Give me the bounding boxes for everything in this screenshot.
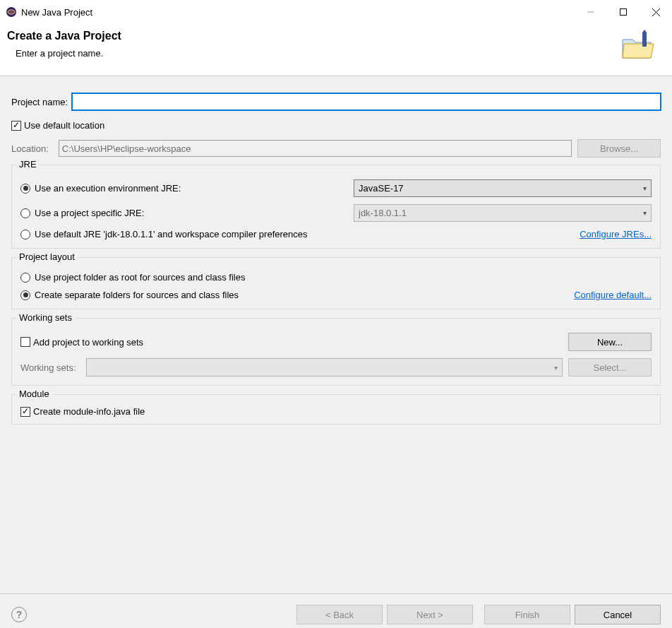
jre-env-dropdown[interactable]: JavaSE-17 ▾ — [354, 179, 652, 197]
back-button: < Back — [296, 605, 383, 624]
working-sets-dropdown: ▾ — [86, 358, 563, 377]
layout-root-radio[interactable]: Use project folder as root for sources a… — [20, 272, 245, 283]
cancel-button[interactable]: Cancel — [575, 605, 661, 624]
new-working-set-button[interactable]: New... — [568, 333, 652, 351]
help-icon[interactable]: ? — [11, 607, 27, 622]
jre-specific-value: jdk-18.0.1.1 — [359, 208, 407, 218]
jre-default-radio[interactable]: Use default JRE 'jdk-18.0.1.1' and works… — [20, 229, 308, 239]
close-button[interactable] — [640, 1, 672, 23]
finish-button: Finish — [484, 605, 570, 624]
chevron-down-icon: ▾ — [643, 184, 647, 192]
location-label: Location: — [11, 143, 49, 154]
radio-selected-icon — [20, 290, 30, 300]
create-module-info-label: Create module-info.java file — [33, 406, 145, 417]
jre-env-label: Use an execution environment JRE: — [35, 183, 181, 194]
checkbox-icon — [20, 337, 30, 347]
select-working-set-button: Select... — [568, 358, 652, 377]
jre-legend: JRE — [16, 159, 40, 170]
checkbox-icon — [11, 121, 21, 131]
jre-specific-dropdown: jdk-18.0.1.1 ▾ — [354, 204, 652, 222]
svg-rect-4 — [620, 9, 627, 16]
maximize-button[interactable] — [607, 1, 640, 23]
project-name-input[interactable] — [72, 93, 661, 110]
jre-env-value: JavaSE-17 — [359, 183, 404, 194]
radio-selected-icon — [20, 184, 30, 194]
configure-default-link[interactable]: Configure default... — [574, 290, 652, 300]
jre-env-radio[interactable]: Use an execution environment JRE: — [20, 183, 181, 194]
checkbox-icon — [20, 407, 30, 417]
browse-button: Browse... — [577, 139, 661, 158]
wizard-folder-icon — [620, 30, 656, 64]
layout-separate-radio[interactable]: Create separate folders for sources and … — [20, 290, 239, 300]
use-default-location-label: Use default location — [24, 120, 104, 131]
project-name-label: Project name: — [11, 97, 68, 107]
use-default-location-checkbox[interactable]: Use default location — [11, 120, 104, 131]
working-sets-label: Working sets: — [20, 362, 76, 373]
eclipse-icon — [6, 6, 17, 18]
add-to-working-sets-label: Add project to working sets — [33, 337, 143, 348]
radio-icon — [20, 273, 30, 283]
chevron-down-icon: ▾ — [554, 364, 558, 372]
page-title: Create a Java Project — [7, 30, 121, 42]
chevron-down-icon: ▾ — [643, 209, 647, 217]
add-to-working-sets-checkbox[interactable]: Add project to working sets — [20, 337, 143, 348]
svg-rect-7 — [642, 32, 647, 47]
layout-separate-label: Create separate folders for sources and … — [35, 290, 239, 300]
module-legend: Module — [16, 389, 52, 399]
radio-icon — [20, 230, 30, 239]
layout-legend: Project layout — [16, 251, 78, 262]
window-title: New Java Project — [21, 7, 92, 18]
working-sets-legend: Working sets — [16, 312, 75, 323]
next-button: Next > — [387, 605, 473, 624]
radio-icon — [20, 208, 30, 218]
layout-root-label: Use project folder as root for sources a… — [35, 272, 245, 283]
jre-default-label: Use default JRE 'jdk-18.0.1.1' and works… — [35, 229, 308, 239]
configure-jres-link[interactable]: Configure JREs... — [580, 229, 652, 239]
jre-specific-label: Use a project specific JRE: — [35, 208, 144, 218]
page-subtitle: Enter a project name. — [16, 48, 121, 59]
create-module-info-checkbox[interactable]: Create module-info.java file — [20, 406, 145, 417]
location-input — [59, 140, 572, 157]
minimize-button[interactable] — [575, 1, 607, 23]
jre-specific-radio[interactable]: Use a project specific JRE: — [20, 208, 144, 218]
